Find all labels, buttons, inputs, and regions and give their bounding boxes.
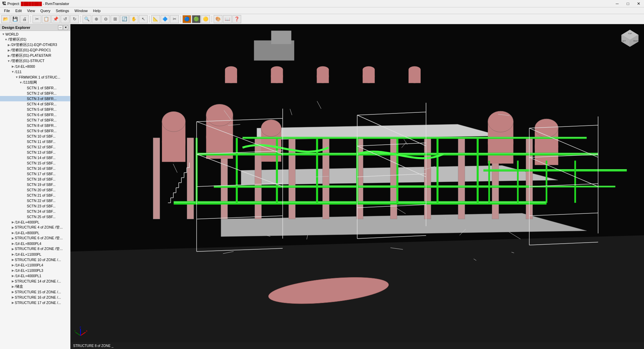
tb-undo-button[interactable]: ↺ [61, 15, 69, 23]
tree-item-node02[interactable]: ▶/管桥区(01)-EQP-PROC1 [0, 48, 70, 53]
tree-toggle-struct16[interactable]: ▶ [11, 296, 15, 299]
tree-item-sctn22[interactable]: SCTN 22 of SBF... [0, 198, 70, 203]
tree-item-sctn20[interactable]: SCTN 20 of SBF... [0, 187, 70, 193]
tb-open-button[interactable]: 📂 [1, 15, 10, 23]
tree-item-sctn08[interactable]: SCTN 8 of SBFR... [0, 123, 70, 128]
tree-item-sctn12[interactable]: SCTN 12 of SBF... [0, 144, 70, 150]
tb-rotate-button[interactable]: 🔄 [120, 15, 129, 23]
tree-item-sctn11[interactable]: SCTN 11 of SBF... [0, 139, 70, 144]
tree-item-el8000pl[interactable]: ▶/1#-EL+8000PL [0, 230, 70, 236]
tree-item-el11000pl[interactable]: ▶/1#-EL+11000PL [0, 252, 70, 257]
tree-item-sctn15[interactable]: SCTN 15 of SBF... [0, 160, 70, 166]
tree-item-sctn18[interactable]: SCTN 18 of SBF... [0, 177, 70, 182]
de-collapse-button[interactable]: ─ [58, 25, 63, 30]
tree-toggle-node03[interactable]: ▶ [7, 54, 11, 57]
tb-print-button[interactable]: 🖨 [20, 15, 29, 23]
tree-toggle-el11000pl[interactable]: ▶ [11, 253, 15, 256]
tb-bookmarks-button[interactable]: 📖 [223, 15, 232, 23]
tree-toggle-struct15[interactable]: ▶ [11, 290, 15, 294]
tree-toggle-node04b1a[interactable]: ▼ [19, 81, 23, 84]
tree-item-sctn23[interactable]: SCTN 23 of SBF... [0, 203, 70, 209]
tree-toggle-el8000pl4[interactable]: ▶ [11, 242, 15, 245]
tb-paste-button[interactable]: 📌 [51, 15, 60, 23]
tree-toggle-xiangjin[interactable]: ▶ [11, 285, 15, 288]
tb-render3-button[interactable]: 🟡 [201, 15, 210, 23]
tree-toggle-node04a[interactable]: ▶ [11, 65, 15, 68]
de-close-button[interactable]: ✕ [63, 25, 68, 30]
tree-item-struct4[interactable]: ▶STRUCTURE 4 of ZONE /管... [0, 225, 70, 230]
tree-item-sctn16[interactable]: SCTN 16 of SBF... [0, 166, 70, 171]
3d-viewport[interactable]: TOP LEFT RIGHT X Y Z STRUCTURE 8 of ZONE… [70, 24, 644, 349]
tree-toggle-struct6[interactable]: ▶ [11, 237, 15, 240]
tree-item-sctn25[interactable]: SCTN 25 of SBF... [0, 214, 70, 219]
tree-toggle-struct10[interactable]: ▶ [11, 258, 15, 261]
tree-toggle-struct4[interactable]: ▶ [11, 226, 15, 229]
tree-item-node04a[interactable]: ▶/1#-EL+8000 [0, 64, 70, 69]
tb-redo-button[interactable]: ↻ [70, 15, 79, 23]
orientation-cube[interactable]: TOP LEFT RIGHT [620, 28, 640, 48]
minimize-button[interactable]: ─ [612, 0, 623, 7]
tree-item-struct14[interactable]: ▶STRUCTURE 14 of ZONE /... [0, 279, 70, 284]
tb-select-button[interactable]: ↖ [139, 15, 148, 23]
scene-canvas[interactable] [70, 24, 644, 349]
tree-item-sctn10[interactable]: SCTN 10 of SBF... [0, 134, 70, 139]
tree-toggle-struct17[interactable]: ▶ [11, 301, 15, 304]
tree-toggle-el11000pl4[interactable]: ▶ [11, 263, 15, 267]
tree-item-sctn03[interactable]: SCTN 3 of SBFR... [0, 96, 70, 101]
tree-toggle-node01[interactable]: ▶ [7, 43, 11, 47]
tb-measure-button[interactable]: 📐 [151, 15, 160, 23]
tree-item-el11000pl3[interactable]: ▶/1#-EL+11000PL3 [0, 268, 70, 273]
tb-help-button[interactable]: ❓ [232, 15, 241, 23]
tree-item-sctn05[interactable]: SCTN 5 of SBFR... [0, 107, 70, 112]
tree-item-node04b1[interactable]: ▼FRMWORK 1 of STRUC... [0, 74, 70, 80]
tree-toggle-world[interactable]: ▼ [1, 33, 5, 36]
menu-settings[interactable]: Settings [53, 8, 72, 13]
tree-item-node03[interactable]: ▶/管桥区(01)-PLAT&STAIR [0, 53, 70, 58]
tb-zoomout-button[interactable]: ⊖ [101, 15, 110, 23]
tree-toggle-struct8[interactable]: ▶ [11, 247, 15, 251]
tb-fit-button[interactable]: ⊞ [111, 15, 119, 23]
tree-item-sctn04[interactable]: SCTN 4 of SBFR... [0, 101, 70, 107]
tree-item-sctn01[interactable]: SCTN 1 of SBFR... [0, 85, 70, 91]
tree-item-struct10[interactable]: ▶STRUCTURE 10 of ZONE /... [0, 257, 70, 262]
tree-item-struct17[interactable]: ▶STRUCTURE 17 of ZONE /... [0, 300, 70, 305]
tree-item-sctn14[interactable]: SCTN 14 of SBF... [0, 155, 70, 160]
tb-clip-button[interactable]: ✂ [170, 15, 179, 23]
tree-item-sctn19[interactable]: SCTN 19 of SBF... [0, 182, 70, 187]
tree-item-zone01[interactable]: ▼/管桥区(01) [0, 37, 70, 42]
tree-item-sctn06[interactable]: SCTN 6 of SBFR... [0, 112, 70, 117]
tree-item-sctn02[interactable]: SCTN 2 of SBFR... [0, 91, 70, 96]
tb-save-button[interactable]: 💾 [11, 15, 19, 23]
tree-toggle-node04b[interactable]: ▼ [11, 70, 15, 73]
tree-item-sctn09[interactable]: SCTN 9 of SBFR... [0, 128, 70, 134]
tree-item-node04[interactable]: ▼/管桥区(01)-STRUCT [0, 58, 70, 64]
tree-toggle-el11000pl3[interactable]: ▶ [11, 269, 15, 272]
tree-item-sctn21[interactable]: SCTN 21 of SBF... [0, 193, 70, 198]
tb-pan-button[interactable]: ✋ [129, 15, 138, 23]
close-button[interactable]: ✕ [633, 0, 644, 7]
tb-render-button[interactable]: 🔵 [182, 15, 191, 23]
tree-item-struct6[interactable]: ▶STRUCTURE 6 of ZONE /管... [0, 236, 70, 241]
tb-color-button[interactable]: 🎨 [214, 15, 222, 23]
tree-item-el8000pl4[interactable]: ▶/1#-EL+8000PL4 [0, 241, 70, 246]
tb-cut-button[interactable]: ✂ [33, 15, 41, 23]
tb-zoom-button[interactable]: 🔍 [83, 15, 91, 23]
menu-view[interactable]: View [24, 8, 38, 13]
design-explorer-tree[interactable]: ▼WORLD▼/管桥区(01)▶/2#管桥区(11)-EQP-OTHER3▶/管… [0, 31, 70, 349]
tree-item-node04b[interactable]: ▼/111 [0, 69, 70, 74]
tree-item-struct16[interactable]: ▶STRUCTURE 16 of ZONE /... [0, 295, 70, 300]
tree-item-el4000pl[interactable]: ▶/1#-EL+4000PL [0, 219, 70, 225]
tb-copy-button[interactable]: 📋 [42, 15, 51, 23]
tree-item-struct8[interactable]: ▶STRUCTURE 8 of ZONE /管... [0, 246, 70, 252]
tree-item-sctn07[interactable]: SCTN 7 of SBFR... [0, 117, 70, 123]
tree-toggle-struct14[interactable]: ▶ [11, 280, 15, 283]
tree-item-sctn24[interactable]: SCTN 24 of SBF... [0, 209, 70, 214]
tree-toggle-el8000pl[interactable]: ▶ [11, 231, 15, 235]
tree-toggle-node04b1[interactable]: ▼ [15, 76, 19, 79]
tree-item-world[interactable]: ▼WORLD [0, 32, 70, 37]
tree-item-el4000pl1[interactable]: ▶/1#-EL+4000PL1 [0, 273, 70, 279]
tree-item-sctn17[interactable]: SCTN 17 of SBF... [0, 171, 70, 177]
menu-window[interactable]: Window [72, 8, 90, 13]
maximize-button[interactable]: □ [623, 0, 633, 7]
tree-toggle-zone01[interactable]: ▼ [4, 38, 8, 41]
